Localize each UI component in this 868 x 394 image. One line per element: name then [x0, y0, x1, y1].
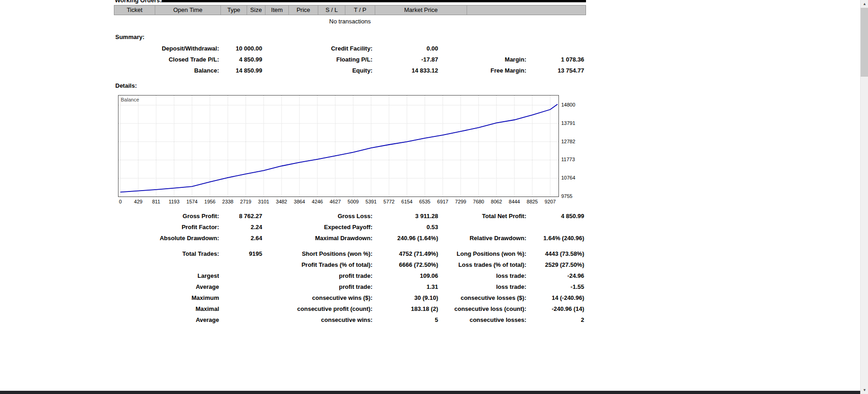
- stat-value: -24.96: [526, 270, 584, 281]
- stat-label: Loss trades (% of total):: [438, 259, 526, 270]
- stat-label: [114, 259, 219, 270]
- details-heading: Details:: [115, 82, 137, 89]
- statement-content: Working Orders: TicketOpen TimeTypeSizeI…: [114, 0, 586, 394]
- stat-value: [219, 292, 262, 303]
- stat-label: consecutive loss (count):: [438, 303, 526, 314]
- orders-column-header: S / L: [318, 6, 345, 15]
- vertical-scrollbar[interactable]: ▲ ▼: [860, 0, 868, 394]
- x-axis-label: 8825: [527, 199, 538, 204]
- section-divider-bar: [162, 0, 586, 2]
- stats-row: Averageconsecutive wins:5consecutive los…: [114, 314, 584, 325]
- x-axis-label: 3482: [276, 199, 287, 204]
- stat-value: 183.18 (2): [372, 303, 438, 314]
- x-axis-label: 6917: [437, 199, 448, 204]
- stat-value: 4 850.99: [526, 210, 584, 221]
- bottom-edge: [0, 391, 860, 394]
- stat-label: Maximal Drawdown:: [262, 232, 372, 243]
- y-axis-label: 11773: [561, 157, 575, 162]
- x-axis-label: 7299: [455, 199, 466, 204]
- orders-column-header: T / P: [345, 6, 375, 15]
- stat-value: 2.64: [219, 232, 262, 243]
- stat-label: profit trade:: [262, 270, 372, 281]
- summary-heading: Summary:: [115, 34, 145, 40]
- stat-value: 14 833.12: [372, 65, 438, 76]
- x-axis-label: 6535: [419, 199, 430, 204]
- x-axis-label: 1956: [204, 199, 215, 204]
- x-axis-label: 1574: [186, 199, 197, 204]
- stat-label: Margin:: [438, 54, 526, 65]
- stat-label: [438, 43, 526, 54]
- stat-value: 4752 (71.49%): [372, 248, 438, 259]
- stat-label: Balance:: [114, 65, 219, 76]
- orders-column-header: [467, 6, 586, 15]
- x-axis-label: 1193: [169, 199, 180, 204]
- stat-label: Credit Facility:: [262, 43, 372, 54]
- x-axis-label: 4627: [330, 199, 341, 204]
- stat-value: 14 850.99: [219, 65, 262, 76]
- y-axis-label: 14800: [561, 102, 575, 107]
- stat-value: [219, 259, 262, 270]
- x-axis-label: 3864: [294, 199, 305, 204]
- stat-value: 0.00: [372, 43, 438, 54]
- x-axis-label: 0: [119, 199, 122, 204]
- stat-label: Average: [114, 314, 219, 325]
- stat-label: [438, 221, 526, 232]
- chart-y-axis-labels: 14800137911278211773107649755: [561, 95, 587, 199]
- stat-value: [219, 270, 262, 281]
- stat-value: [219, 303, 262, 314]
- x-axis-label: 5772: [383, 199, 395, 204]
- stat-value: 2529 (27.50%): [526, 259, 584, 270]
- stat-value: 4443 (73.58%): [526, 248, 584, 259]
- orders-column-header: Open Time: [155, 6, 221, 15]
- stats-row: Maximumconsecutive wins ($):30 (9.10)con…: [114, 292, 584, 303]
- stat-label: Deposit/Withdrawal:: [114, 43, 219, 54]
- stat-label: loss trade:: [438, 270, 526, 281]
- stat-label: Long Positions (won %):: [438, 248, 526, 259]
- scrollbar-thumb[interactable]: [861, 8, 868, 77]
- stat-value: -1.55: [526, 281, 584, 292]
- stat-label: Largest: [114, 270, 219, 281]
- stats-row: Deposit/Withdrawal:10 000.00Credit Facil…: [114, 43, 584, 54]
- balance-line: [120, 104, 558, 192]
- scroll-up-button[interactable]: ▲: [861, 0, 868, 8]
- y-axis-label: 13791: [561, 120, 575, 126]
- orders-column-header: Market Price: [375, 6, 467, 15]
- orders-column-header: Ticket: [114, 6, 155, 15]
- x-axis-label: 6154: [401, 199, 412, 204]
- stat-value: 30 (9.10): [372, 292, 438, 303]
- stat-value: -240.96 (14): [526, 303, 584, 314]
- stats-row: Largestprofit trade:109.06loss trade:-24…: [114, 270, 584, 281]
- chart-x-axis-labels: 0429811119315741956233827193101348238644…: [118, 199, 559, 205]
- stat-label: profit trade:: [262, 281, 372, 292]
- stat-value: [526, 221, 584, 232]
- orders-column-header: Item: [265, 6, 289, 15]
- balance-chart-svg: [118, 96, 558, 197]
- stat-label: Floating P/L:: [262, 54, 372, 65]
- stat-value: 9195: [219, 248, 262, 259]
- stat-label: consecutive losses:: [438, 314, 526, 325]
- stats-row: Absolute Drawdown:2.64Maximal Drawdown:2…: [114, 232, 584, 243]
- orders-column-header: Price: [289, 6, 318, 15]
- y-axis-label: 12782: [561, 139, 575, 144]
- stat-label: Maximal: [114, 303, 219, 314]
- results-table-profit: Gross Profit:8 762.27Gross Loss:3 911.28…: [114, 210, 584, 243]
- stats-row: Balance:14 850.99Equity:14 833.12Free Ma…: [114, 65, 584, 76]
- scroll-down-button[interactable]: ▼: [861, 386, 868, 394]
- stat-value: 8 762.27: [219, 210, 262, 221]
- x-axis-label: 811: [152, 199, 160, 204]
- x-axis-label: 5009: [348, 199, 359, 204]
- stat-value: 6666 (72.50%): [372, 259, 438, 270]
- balance-chart: Balance: [118, 95, 559, 197]
- orders-column-header: Size: [247, 6, 265, 15]
- stat-label: consecutive wins ($):: [262, 292, 372, 303]
- no-transactions-text: No transactions: [114, 18, 586, 25]
- x-axis-label: 5391: [366, 199, 377, 204]
- chart-series-label: Balance: [121, 97, 139, 102]
- stat-value: 1 078.36: [526, 54, 584, 65]
- summary-table: Deposit/Withdrawal:10 000.00Credit Facil…: [114, 43, 584, 76]
- x-axis-label: 3101: [258, 199, 269, 204]
- stat-label: Free Margin:: [438, 65, 526, 76]
- stat-value: 1.31: [372, 281, 438, 292]
- stat-label: Short Positions (won %):: [262, 248, 372, 259]
- stat-label: Equity:: [262, 65, 372, 76]
